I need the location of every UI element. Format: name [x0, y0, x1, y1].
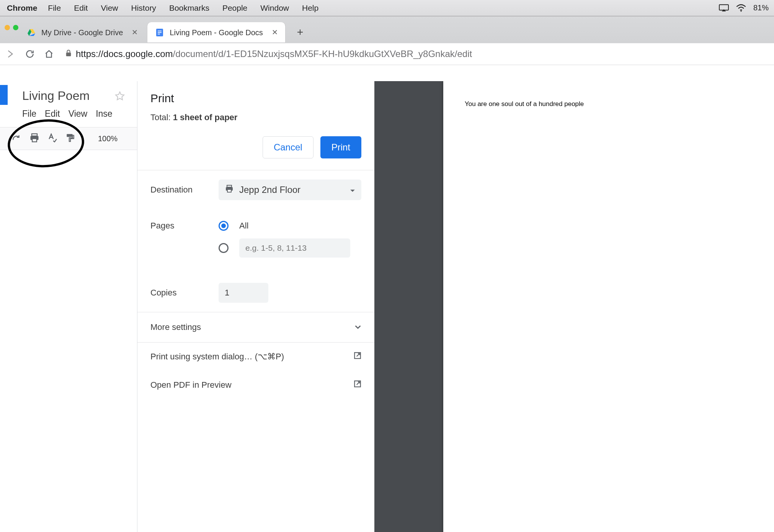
- copies-label: Copies: [150, 288, 219, 298]
- menu-bookmarks[interactable]: Bookmarks: [169, 3, 209, 13]
- destination-label: Destination: [150, 185, 219, 195]
- menu-people[interactable]: People: [222, 3, 247, 13]
- svg-rect-11: [227, 185, 232, 187]
- menu-help[interactable]: Help: [302, 3, 318, 13]
- docs-menu-insert[interactable]: Inse: [96, 109, 112, 119]
- tab-drive[interactable]: My Drive - Google Drive: [19, 22, 145, 43]
- menu-history[interactable]: History: [131, 3, 156, 13]
- paint-format-icon[interactable]: [65, 133, 75, 144]
- docs-favicon-icon: [155, 28, 164, 37]
- destination-row: Destination Jepp 2nd Floor: [137, 170, 374, 209]
- open-pdf-link[interactable]: Open PDF in Preview: [137, 371, 374, 399]
- docs-menu-file[interactable]: File: [22, 109, 36, 119]
- radio-unselected-icon: [219, 243, 229, 253]
- minimize-button[interactable]: [5, 25, 10, 30]
- url-host: https://docs.google.com: [76, 49, 173, 59]
- battery-percent: 81%: [753, 3, 769, 12]
- cancel-button[interactable]: Cancel: [263, 136, 314, 158]
- menu-view[interactable]: View: [101, 3, 118, 13]
- destination-value: Jepp 2nd Floor: [239, 184, 300, 195]
- home-button[interactable]: [41, 46, 57, 62]
- printer-icon: [225, 184, 234, 195]
- document-title[interactable]: Living Poem: [22, 89, 90, 103]
- external-link-icon: [354, 380, 361, 390]
- macos-menubar: Chrome File Edit View History Bookmarks …: [0, 0, 774, 16]
- tab-strip: My Drive - Google Drive Living Poem - Go…: [0, 16, 774, 43]
- docs-menubar: File Edit View Inse: [22, 109, 113, 119]
- print-total: Total: 1 sheet of paper: [150, 113, 361, 122]
- system-dialog-link[interactable]: Print using system dialog… (⌥⌘P): [137, 343, 374, 371]
- menu-edit[interactable]: Edit: [74, 3, 88, 13]
- docs-menu-view[interactable]: View: [69, 109, 87, 119]
- print-button[interactable]: Print: [320, 136, 361, 158]
- zoom-button[interactable]: [13, 25, 18, 30]
- wifi-icon[interactable]: [736, 4, 746, 12]
- menu-file[interactable]: File: [48, 3, 61, 13]
- more-settings[interactable]: More settings: [137, 312, 374, 342]
- spellcheck-icon[interactable]: [47, 133, 57, 144]
- pages-custom-option[interactable]: e.g. 1-5, 8, 11-13: [219, 238, 361, 258]
- print-icon[interactable]: [29, 133, 40, 145]
- destination-dropdown[interactable]: Jepp 2nd Floor: [219, 180, 361, 200]
- print-dialog: Print Total: 1 sheet of paper Cancel Pri…: [137, 81, 774, 532]
- print-settings-panel: Print Total: 1 sheet of paper Cancel Pri…: [137, 81, 374, 532]
- url-path: /document/d/1-ED15NzuxjsqsMX5F-KH-hU9kdk…: [173, 49, 472, 59]
- pages-custom-input[interactable]: e.g. 1-5, 8, 11-13: [239, 238, 350, 258]
- chevron-down-icon: [354, 322, 361, 332]
- svg-rect-10: [67, 134, 72, 137]
- address-bar[interactable]: https://docs.google.com/document/d/1-ED1…: [65, 49, 472, 59]
- caret-down-icon: [350, 184, 355, 195]
- print-preview-area: You are one soul out of a hundred people: [374, 81, 774, 532]
- new-tab-button[interactable]: [292, 24, 308, 40]
- close-tab-docs[interactable]: [272, 29, 278, 37]
- forward-button[interactable]: [3, 46, 18, 62]
- lock-icon: [65, 49, 72, 59]
- external-link-icon: [354, 352, 361, 362]
- copies-row: Copies 1: [137, 274, 374, 312]
- svg-rect-7: [32, 134, 37, 136]
- pages-all-label: All: [239, 221, 248, 231]
- svg-point-1: [741, 10, 742, 11]
- docs-logo-icon: [0, 85, 8, 105]
- docs-menu-edit[interactable]: Edit: [45, 109, 60, 119]
- star-icon[interactable]: [115, 91, 125, 103]
- toolbar: https://docs.google.com/document/d/1-ED1…: [0, 43, 774, 65]
- tab-drive-title: My Drive - Google Drive: [41, 28, 123, 37]
- redo-icon[interactable]: [11, 134, 21, 144]
- docs-toolbar: 100%: [0, 127, 137, 150]
- radio-selected-icon: [219, 221, 229, 231]
- menubar-app-name[interactable]: Chrome: [7, 3, 37, 13]
- pages-label: Pages: [150, 221, 219, 231]
- zoom-level[interactable]: 100%: [98, 134, 118, 143]
- menu-window[interactable]: Window: [260, 3, 289, 13]
- close-tab-drive[interactable]: [132, 29, 137, 37]
- svg-rect-13: [227, 189, 231, 192]
- svg-rect-5: [158, 34, 160, 34]
- preview-page: You are one soul out of a hundred people: [443, 81, 774, 532]
- airplay-icon[interactable]: [719, 4, 729, 12]
- svg-rect-3: [158, 31, 162, 31]
- document-text: You are one soul out of a hundred people: [465, 100, 753, 108]
- reload-button[interactable]: [22, 46, 38, 62]
- tab-docs-title: Living Poem - Google Docs: [170, 28, 263, 37]
- copies-input[interactable]: 1: [219, 283, 268, 303]
- pages-all-option[interactable]: All: [219, 221, 361, 231]
- docs-app: Living Poem File Edit View Inse 100%: [0, 81, 137, 532]
- drive-favicon-icon: [27, 28, 36, 37]
- svg-rect-6: [66, 52, 71, 56]
- svg-rect-9: [32, 139, 37, 142]
- print-dialog-title: Print: [150, 92, 361, 105]
- tab-docs[interactable]: Living Poem - Google Docs: [147, 22, 285, 43]
- pages-row: Pages All e.g. 1-5, 8, 11-13: [137, 209, 374, 274]
- window-controls: [5, 25, 18, 30]
- svg-rect-4: [158, 32, 162, 33]
